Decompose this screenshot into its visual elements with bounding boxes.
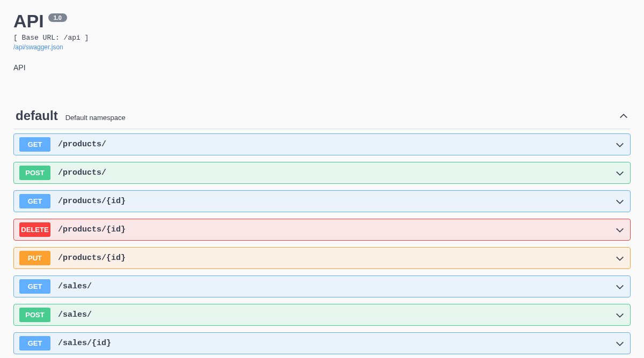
operation-put-4[interactable]: PUT/products/{id} [13, 247, 631, 269]
chevron-down-icon [615, 141, 625, 148]
operation-path: /sales/{id} [58, 339, 111, 348]
tag-description: Default namespace [65, 114, 126, 122]
chevron-down-icon [615, 198, 625, 205]
operation-path: /products/ [58, 140, 106, 149]
tag-header-default[interactable]: default Default namespace [13, 105, 631, 129]
chevron-down-icon [615, 340, 625, 347]
operation-get-7[interactable]: GET/sales/{id} [13, 332, 631, 354]
operation-path: /products/{id} [58, 253, 126, 263]
chevron-up-icon [619, 113, 628, 120]
method-badge-get: GET [19, 336, 50, 350]
operation-get-2[interactable]: GET/products/{id} [13, 190, 631, 212]
method-badge-put: PUT [19, 251, 50, 265]
chevron-down-icon [615, 169, 625, 177]
operation-path: /sales/ [58, 282, 92, 291]
operation-get-5[interactable]: GET/sales/ [13, 275, 631, 297]
operation-delete-3[interactable]: DELETE/products/{id} [13, 219, 631, 241]
tag-name: default [16, 108, 58, 123]
operation-post-6[interactable]: POST/sales/ [13, 304, 631, 326]
base-url: [ Base URL: /api ] [13, 34, 631, 42]
chevron-down-icon [615, 283, 625, 290]
operation-get-0[interactable]: GET/products/ [13, 133, 631, 155]
operation-path: /products/{id} [58, 225, 126, 234]
operation-path: /products/{id} [58, 197, 126, 206]
spec-link[interactable]: /api/swagger.json [13, 43, 63, 51]
method-badge-get: GET [19, 137, 50, 152]
chevron-down-icon [615, 226, 625, 234]
chevron-down-icon [615, 311, 625, 319]
api-description: API [13, 63, 631, 72]
method-badge-get: GET [19, 194, 50, 208]
method-badge-post: POST [19, 166, 50, 180]
method-badge-post: POST [19, 308, 50, 322]
chevron-down-icon [615, 255, 625, 262]
method-badge-get: GET [19, 279, 50, 294]
operation-post-1[interactable]: POST/products/ [13, 162, 631, 184]
api-title: API [13, 11, 44, 32]
operation-path: /products/ [58, 168, 106, 177]
method-badge-delete: DELETE [19, 222, 50, 237]
operation-path: /sales/ [58, 310, 92, 319]
version-badge: 1.0 [48, 13, 67, 22]
